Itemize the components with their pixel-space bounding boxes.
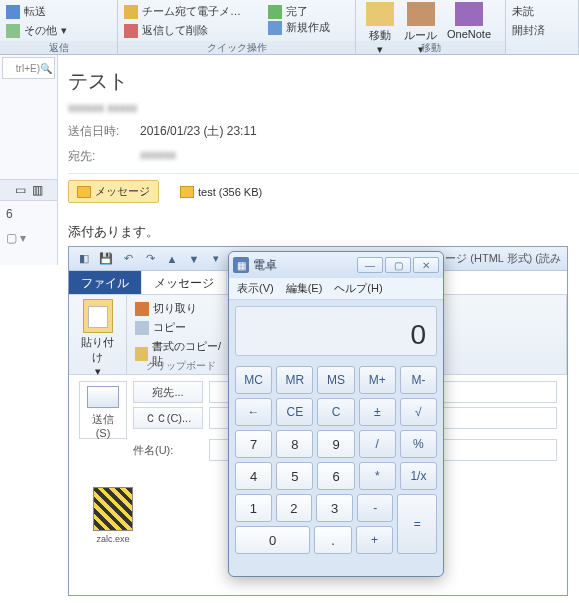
key-minus[interactable]: - (357, 494, 394, 522)
minimize-button[interactable]: — (357, 257, 383, 273)
search-input[interactable]: trl+E) 🔍 (2, 57, 55, 79)
maximize-button[interactable]: ▢ (385, 257, 411, 273)
menu-edit[interactable]: 編集(E) (286, 281, 323, 296)
new-icon (268, 21, 282, 35)
envelope-icon (180, 186, 194, 198)
key-7[interactable]: 7 (235, 430, 272, 458)
tab-message[interactable]: メッセージ (142, 271, 227, 294)
send-button[interactable]: 送信 (S) (79, 381, 127, 439)
team-icon (124, 5, 138, 19)
paste-button[interactable]: 貼り付け▾ (77, 299, 118, 378)
view-tab-1[interactable]: ▭ (15, 183, 26, 197)
view-tab-2[interactable]: ▥ (32, 183, 43, 197)
check-icon (268, 5, 282, 19)
to-value: xxxxxx (140, 148, 176, 165)
key-equals[interactable]: = (397, 494, 437, 554)
to-button[interactable]: 宛先... (133, 381, 203, 403)
cc-button[interactable]: ＣＣ(C)... (133, 407, 203, 429)
key-1[interactable]: 1 (235, 494, 272, 522)
key-divide[interactable]: / (359, 430, 396, 458)
cut-button[interactable]: 切り取り (135, 299, 226, 318)
paste-icon (83, 299, 113, 333)
copy-button[interactable]: コピー (135, 318, 226, 337)
key-3[interactable]: 3 (316, 494, 353, 522)
key-2[interactable]: 2 (276, 494, 313, 522)
move-group-label: 移動 (356, 41, 505, 55)
key-back[interactable]: ← (235, 398, 272, 426)
reading-pane: テスト xxxxxx xxxxx 送信日時:2016/01/23 (土) 23:… (68, 68, 579, 241)
new-create-button[interactable]: 新規作成 (268, 18, 330, 37)
quick-group-label: クイック操作 (118, 41, 355, 55)
reply-group-label: 返信 (0, 41, 117, 55)
key-9[interactable]: 9 (317, 430, 354, 458)
forward-button[interactable]: 転送 (6, 2, 111, 21)
message-from: xxxxxx xxxxx (68, 101, 579, 115)
folder-pane-sliver: trl+E) 🔍 ▭ ▥ 6 ▢ ▾ (0, 55, 58, 265)
copy-icon (135, 321, 149, 335)
key-plusminus[interactable]: ± (359, 398, 396, 426)
compose-caption: セージ (HTML 形式) (読み (434, 251, 561, 266)
message-body: 添付あります。 (68, 223, 579, 241)
other-icon (6, 24, 20, 38)
key-0[interactable]: 0 (235, 526, 310, 554)
attachment-tab[interactable]: test (356 KB) (171, 182, 271, 202)
calc-titlebar[interactable]: ▦ 電卓 — ▢ ✕ (229, 252, 443, 278)
item-count: 6 (0, 201, 57, 227)
onenote-icon (455, 2, 483, 26)
undo-button[interactable]: ↶ (119, 250, 137, 268)
message-tab[interactable]: メッセージ (68, 180, 159, 203)
key-c[interactable]: C (317, 398, 354, 426)
subject-label: 件名(U): (133, 443, 203, 458)
key-mminus[interactable]: M- (400, 366, 437, 394)
next-button[interactable]: ▼ (185, 250, 203, 268)
outlook-icon: ◧ (75, 250, 93, 268)
close-button[interactable]: ✕ (413, 257, 439, 273)
rules-icon (407, 2, 435, 26)
send-icon (87, 386, 119, 408)
menu-help[interactable]: ヘルプ(H) (334, 281, 382, 296)
key-8[interactable]: 8 (276, 430, 313, 458)
key-ce[interactable]: CE (276, 398, 313, 426)
attachment-file[interactable]: zalc.exe (87, 487, 139, 544)
tab-file[interactable]: ファイル (69, 271, 142, 294)
sent-label: 送信日時: (68, 123, 128, 140)
qat-more[interactable]: ▾ (207, 250, 225, 268)
key-ms[interactable]: MS (317, 366, 354, 394)
save-button[interactable]: 💾 (97, 250, 115, 268)
scissors-icon (135, 302, 149, 316)
key-reciprocal[interactable]: 1/x (400, 462, 437, 490)
message-subject: テスト (68, 68, 579, 95)
key-percent[interactable]: % (400, 430, 437, 458)
key-6[interactable]: 6 (317, 462, 354, 490)
prev-button[interactable]: ▲ (163, 250, 181, 268)
calculator-window: ▦ 電卓 — ▢ ✕ 表示(V) 編集(E) ヘルプ(H) 0 MC MR MS… (228, 251, 444, 577)
calc-display: 0 (235, 306, 437, 356)
key-multiply[interactable]: * (359, 462, 396, 490)
move-icon (366, 2, 394, 26)
exe-icon (93, 487, 133, 531)
calc-menubar: 表示(V) 編集(E) ヘルプ(H) (229, 278, 443, 300)
key-5[interactable]: 5 (276, 462, 313, 490)
unread-button[interactable]: 未読 (512, 2, 572, 21)
key-decimal[interactable]: . (314, 526, 352, 554)
forward-icon (6, 5, 20, 19)
sent-value: 2016/01/23 (土) 23:11 (140, 123, 257, 140)
menu-view[interactable]: 表示(V) (237, 281, 274, 296)
open-status-button[interactable]: 開封済 (512, 21, 572, 40)
other-button[interactable]: その他 ▾ (6, 21, 111, 40)
outlook-ribbon: 転送 その他 ▾ 返信 チーム宛て電子メ… 返信して削除 完了 新規作成 クイッ… (0, 0, 579, 55)
clipboard-group-label: クリップボード (127, 359, 234, 373)
key-4[interactable]: 4 (235, 462, 272, 490)
key-mc[interactable]: MC (235, 366, 272, 394)
to-label: 宛先: (68, 148, 128, 165)
key-sqrt[interactable]: √ (400, 398, 437, 426)
envelope-icon (77, 186, 91, 198)
key-mr[interactable]: MR (276, 366, 313, 394)
reply-delete-icon (124, 24, 138, 38)
calc-keypad: MC MR MS M+ M- ← CE C ± √ 7 8 9 / % 4 5 … (229, 362, 443, 562)
key-plus[interactable]: + (356, 526, 394, 554)
key-mplus[interactable]: M+ (359, 366, 396, 394)
calc-app-icon: ▦ (233, 257, 249, 273)
calc-title: 電卓 (253, 257, 355, 274)
redo-button[interactable]: ↷ (141, 250, 159, 268)
